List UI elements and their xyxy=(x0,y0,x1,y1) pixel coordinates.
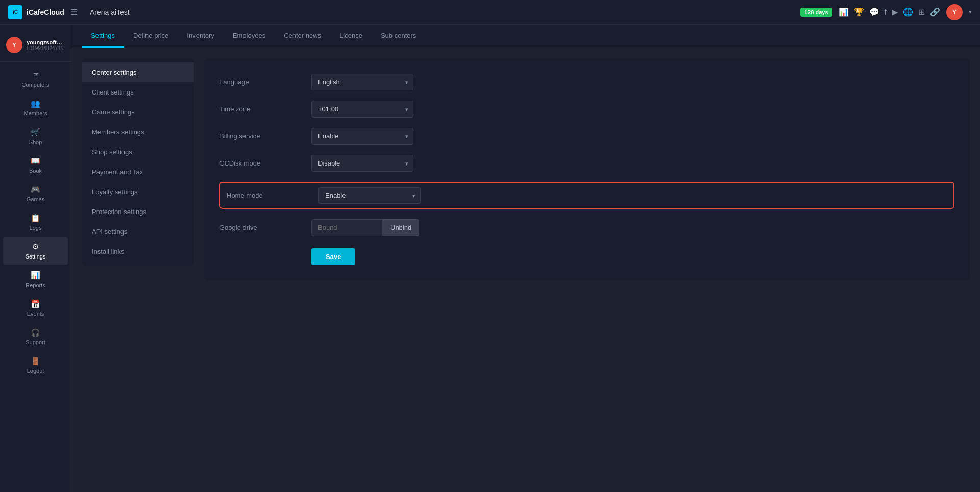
language-label: Language xyxy=(219,78,311,86)
google-drive-row: Google drive Unbind xyxy=(219,219,954,236)
days-badge: 128 days xyxy=(800,8,832,17)
support-icon: 🎧 xyxy=(31,328,40,337)
sidebar-item-reports[interactable]: 📊 Reports xyxy=(3,266,68,293)
header-right: 128 days 📊 🏆 💬 f ▶ 🌐 ⊞ 🔗 Y ▾ xyxy=(800,4,972,20)
language-select[interactable]: English Vietnamese Spanish French German xyxy=(311,74,413,90)
panel-item-api-settings[interactable]: API settings xyxy=(82,222,194,242)
ccdisk-select[interactable]: Enable Disable xyxy=(311,155,413,172)
logs-icon: 📋 xyxy=(31,214,40,223)
tab-define-price[interactable]: Define price xyxy=(124,25,178,48)
billing-service-dropdown-wrap: Enable Disable xyxy=(311,128,413,145)
sidebar-item-shop[interactable]: 🛒 Shop xyxy=(3,123,68,150)
panel-item-client-settings[interactable]: Client settings xyxy=(82,82,194,102)
home-mode-select[interactable]: Enable Disable xyxy=(318,187,421,204)
panel-item-payment-and-tax[interactable]: Payment and Tax xyxy=(82,162,194,182)
panel-item-loyalty-settings[interactable]: Loyalty settings xyxy=(82,182,194,202)
sidebar-label-games: Games xyxy=(27,196,44,202)
timezone-label: Time zone xyxy=(219,105,311,113)
ccdisk-row: CCDisk mode Enable Disable xyxy=(219,155,954,172)
logo-icon: iC xyxy=(8,5,22,19)
chart-icon[interactable]: 📊 xyxy=(839,7,849,17)
sidebar-label-shop: Shop xyxy=(29,139,42,145)
save-button[interactable]: Save xyxy=(311,248,355,265)
billing-service-select[interactable]: Enable Disable xyxy=(311,128,413,145)
user-id: 0019934824715 xyxy=(27,45,65,51)
sidebar-label-reports: Reports xyxy=(26,282,45,288)
settings-content: Center settings Client settings Game set… xyxy=(71,48,980,490)
sidebar-item-book[interactable]: 📖 Book xyxy=(3,151,68,179)
panel-item-protection-settings[interactable]: Protection settings xyxy=(82,202,194,222)
tab-settings[interactable]: Settings xyxy=(82,25,124,48)
tab-inventory[interactable]: Inventory xyxy=(178,25,223,48)
sidebar-label-support: Support xyxy=(26,339,45,345)
ccdisk-dropdown-wrap: Enable Disable xyxy=(311,155,413,172)
panel-item-center-settings[interactable]: Center settings xyxy=(82,62,194,82)
timezone-row: Time zone +00:00 +01:00 +02:00 +03:00 -0… xyxy=(219,101,954,118)
page-title: Arena aiTest xyxy=(90,8,130,16)
youtube-icon[interactable]: ▶ xyxy=(892,7,898,17)
sidebar-label-settings: Settings xyxy=(26,253,46,260)
home-mode-label: Home mode xyxy=(227,192,318,199)
sidebar-label-computers: Computers xyxy=(22,82,50,88)
google-drive-input[interactable] xyxy=(311,219,383,236)
google-drive-label: Google drive xyxy=(219,224,311,231)
reports-icon: 📊 xyxy=(31,271,40,280)
computers-icon: 🖥 xyxy=(32,71,39,80)
tab-employees[interactable]: Employees xyxy=(224,25,275,48)
right-panel: Language English Vietnamese Spanish Fren… xyxy=(204,58,970,280)
facebook-icon[interactable]: f xyxy=(885,8,887,17)
tab-license[interactable]: License xyxy=(330,25,372,48)
sidebar-item-support[interactable]: 🎧 Support xyxy=(3,323,68,350)
sidebar: Y youngzsoft_admin 0019934824715 🖥 Compu… xyxy=(0,25,71,492)
chat-icon[interactable]: 💬 xyxy=(869,7,879,17)
home-mode-dropdown-wrap: Enable Disable xyxy=(318,187,421,204)
user-info: youngzsoft_admin 0019934824715 xyxy=(27,39,65,51)
settings-icon: ⚙ xyxy=(32,242,39,251)
left-panel: Center settings Client settings Game set… xyxy=(82,58,194,266)
layout: Y youngzsoft_admin 0019934824715 🖥 Compu… xyxy=(0,25,980,492)
sidebar-label-events: Events xyxy=(27,311,44,317)
billing-service-label: Billing service xyxy=(219,132,311,140)
sidebar-item-logs[interactable]: 📋 Logs xyxy=(3,208,68,236)
tab-sub-centers[interactable]: Sub centers xyxy=(372,25,425,48)
link-icon[interactable]: 🔗 xyxy=(930,7,940,17)
tab-center-news[interactable]: Center news xyxy=(275,25,330,48)
sidebar-item-computers[interactable]: 🖥 Computers xyxy=(3,66,68,93)
timezone-select[interactable]: +00:00 +01:00 +02:00 +03:00 -05:00 xyxy=(311,101,413,118)
logo-text: iCafeCloud xyxy=(27,8,64,16)
unbind-button[interactable]: Unbind xyxy=(383,219,419,236)
globe-icon[interactable]: 🌐 xyxy=(903,7,913,17)
panel-item-install-links[interactable]: Install links xyxy=(82,242,194,262)
hamburger-icon[interactable]: ☰ xyxy=(70,7,78,17)
avatar-dropdown-icon[interactable]: ▾ xyxy=(969,9,972,15)
billing-service-row: Billing service Enable Disable xyxy=(219,128,954,145)
members-icon: 👥 xyxy=(31,99,40,108)
sidebar-label-logout: Logout xyxy=(27,368,44,374)
sidebar-item-settings[interactable]: ⚙ Settings xyxy=(3,237,68,265)
timezone-dropdown-wrap: +00:00 +01:00 +02:00 +03:00 -05:00 xyxy=(311,101,413,118)
user-name: youngzsoft_admin xyxy=(27,39,65,45)
home-mode-row: Home mode Enable Disable xyxy=(219,182,954,209)
trophy-icon[interactable]: 🏆 xyxy=(854,7,864,17)
sidebar-item-logout[interactable]: 🚪 Logout xyxy=(3,352,68,379)
sidebar-item-events[interactable]: 📅 Events xyxy=(3,294,68,322)
sidebar-label-book: Book xyxy=(29,168,42,174)
main-content: Settings Define price Inventory Employee… xyxy=(71,25,980,492)
sidebar-label-logs: Logs xyxy=(30,225,42,231)
logout-icon: 🚪 xyxy=(31,357,40,366)
user-section: Y youngzsoft_admin 0019934824715 xyxy=(0,31,71,62)
sidebar-item-members[interactable]: 👥 Members xyxy=(3,94,68,122)
language-dropdown-wrap: English Vietnamese Spanish French German xyxy=(311,74,413,90)
panel-item-game-settings[interactable]: Game settings xyxy=(82,102,194,122)
user-avatar-btn[interactable]: Y xyxy=(946,4,963,20)
panel-item-shop-settings[interactable]: Shop settings xyxy=(82,142,194,162)
ccdisk-label: CCDisk mode xyxy=(219,159,311,167)
sidebar-item-games[interactable]: 🎮 Games xyxy=(3,180,68,207)
header-icons: 📊 🏆 💬 f ▶ 🌐 ⊞ 🔗 xyxy=(839,7,940,17)
logo: iC iCafeCloud xyxy=(8,5,64,19)
sidebar-nav: 🖥 Computers 👥 Members 🛒 Shop 📖 Book 🎮 Ga… xyxy=(0,66,71,379)
games-icon: 🎮 xyxy=(31,185,40,194)
shop-icon: 🛒 xyxy=(31,128,40,137)
grid-icon[interactable]: ⊞ xyxy=(918,7,925,17)
panel-item-members-settings[interactable]: Members settings xyxy=(82,122,194,142)
